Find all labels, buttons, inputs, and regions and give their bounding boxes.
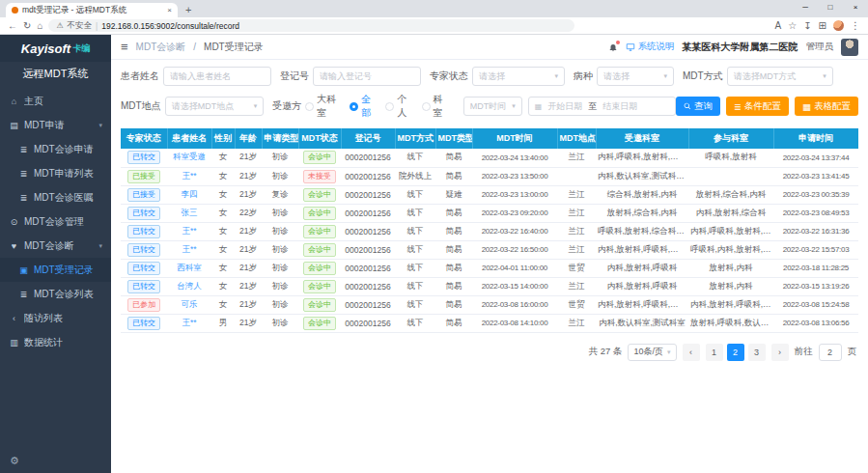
invitee-radio-个人[interactable]: 个人: [385, 93, 412, 120]
cell-patient-name: 张三: [167, 204, 211, 222]
patient-name-link[interactable]: 可乐: [182, 299, 198, 309]
maximize-button[interactable]: □: [818, 0, 843, 14]
cell-apply_time: 2022-03-23 00:35:39: [773, 185, 858, 204]
minimize-button[interactable]: ─: [793, 0, 818, 14]
tab-close-icon[interactable]: ×: [167, 6, 172, 14]
search-button[interactable]: 查询: [676, 97, 720, 116]
next-page-button[interactable]: ›: [771, 344, 789, 361]
cell-expert-status: 已转交: [121, 204, 167, 222]
cell-age: 21岁: [235, 222, 262, 240]
cell-reg_no: 0002001256: [341, 204, 395, 222]
cell-mdt-status: 会诊中: [298, 149, 341, 167]
patient-name-link[interactable]: 李四: [182, 189, 198, 199]
url-text: 192.168.0.156:9002/consultale/record: [101, 21, 239, 31]
patient-name-link[interactable]: 台湾人: [177, 281, 202, 291]
sidebar-item-home[interactable]: ⌂主页: [0, 89, 111, 113]
sidebar-item-mdt-consult-list[interactable]: ≣MDT会诊列表: [0, 282, 111, 306]
goto-page-input[interactable]: [819, 344, 842, 361]
collapse-menu-icon[interactable]: ≡: [121, 40, 128, 54]
cell-expert-status: 已参加: [121, 295, 167, 314]
page-button-2[interactable]: 2: [727, 344, 744, 361]
extensions-icon[interactable]: ⊞: [819, 21, 826, 31]
sidebar-item-mdt-consult-order[interactable]: ≣MDT会诊医嘱: [0, 185, 111, 209]
cell-patient-name: 西科室: [167, 259, 211, 277]
cell-mdt_mode: 线下: [395, 185, 435, 204]
hospital-name: 某某医科大学附属第二医院: [683, 41, 798, 54]
patient-name-link[interactable]: 科室受邀: [173, 152, 206, 161]
translate-icon[interactable]: A: [775, 21, 782, 31]
browser-profile-avatar[interactable]: [833, 20, 844, 31]
sidebar-item-label: MDT会诊申请: [34, 143, 94, 156]
search-button-label: 查询: [694, 100, 713, 113]
cell-patient-name: 王**: [167, 240, 211, 259]
goto-suffix: 页: [848, 346, 857, 358]
sidebar-item-mdt-consult[interactable]: ♥MDT会诊断▾: [0, 234, 111, 258]
patient-name-link[interactable]: 王**: [182, 318, 196, 327]
invitee-radio-全部[interactable]: 全部: [350, 93, 377, 120]
cell-apply_time: 2022-03-15 13:19:26: [773, 277, 858, 295]
system-help-link[interactable]: 系统说明: [626, 41, 675, 53]
invitee-radio-大科室[interactable]: 大科室: [305, 93, 341, 120]
date-range-picker[interactable]: ▦ 开始日期 至 结束日期: [528, 97, 676, 116]
prev-page-button[interactable]: ‹: [683, 344, 700, 361]
browser-tab[interactable]: mdt受理记录 - 远程MDT系统 ×: [6, 3, 178, 17]
home-icon[interactable]: ⌂: [37, 21, 42, 31]
sidebar-item-mdt-manage[interactable]: ⊙MDT会诊管理: [0, 209, 111, 234]
cell-mdt_place: [557, 167, 596, 185]
refresh-icon[interactable]: ↻: [23, 21, 31, 31]
table-config-button[interactable]: ▦ 表格配置: [795, 97, 858, 116]
new-tab-button[interactable]: +: [185, 3, 191, 17]
security-label: 不安全: [68, 20, 93, 32]
bookmark-star-icon[interactable]: ☆: [788, 21, 797, 31]
column-header: 受邀科室: [596, 128, 688, 149]
cell-patient-name: 可乐: [167, 295, 211, 314]
invitee-radio-科室[interactable]: 科室: [422, 93, 449, 120]
sidebar-item-mdt-apply-list[interactable]: ≣MDT申请列表: [0, 161, 111, 185]
cell-reg_no: 0002001256: [341, 149, 395, 167]
cell-age: 21岁: [235, 277, 262, 295]
cell-apply_time: 2022-03-22 15:57:03: [773, 240, 858, 259]
cell-mdt_time: 2022-03-23 13:50:00: [472, 167, 557, 185]
patient-name-link[interactable]: 王**: [182, 244, 196, 254]
address-bar[interactable]: ⚠ 不安全 | 192.168.0.156:9002/consultale/re…: [48, 19, 574, 32]
column-header: 年龄: [235, 128, 262, 149]
patient-name-link[interactable]: 王**: [182, 171, 196, 181]
condition-config-button[interactable]: ≣ 条件配置: [726, 97, 789, 116]
reg-no-input[interactable]: [313, 67, 421, 86]
column-header: 专家状态: [121, 128, 167, 149]
sidebar-item-statistics[interactable]: ▥数据统计: [0, 330, 111, 354]
browser-menu-icon[interactable]: ⋮: [851, 21, 860, 31]
cell-apply_type: 复诊: [262, 185, 298, 204]
breadcrumb-root[interactable]: MDT会诊断: [136, 41, 186, 54]
sidebar-item-label: MDT会诊列表: [34, 288, 94, 301]
mdt-time-select[interactable]: MDT时间 ▾: [463, 97, 522, 116]
close-button[interactable]: ×: [843, 0, 868, 14]
cell-patient-name: 王**: [167, 167, 211, 185]
back-icon[interactable]: ←: [8, 21, 17, 31]
download-icon[interactable]: ↧: [803, 21, 811, 31]
mdt-mode-select[interactable]: 请选择MDT方式 ▾: [727, 67, 833, 86]
page-button-1[interactable]: 1: [706, 344, 723, 361]
radio-dot-icon: [305, 102, 314, 111]
user-avatar[interactable]: [841, 39, 858, 56]
cell-mdt_place: 兰江: [557, 185, 596, 204]
sidebar-item-mdt-consult-apply[interactable]: ≣MDT会诊申请: [0, 137, 111, 161]
patient-name-link[interactable]: 西科室: [177, 263, 202, 272]
cell-mdt_mode: 线下: [395, 277, 435, 295]
sidebar-item-followup-list[interactable]: ‹随访列表: [0, 306, 111, 330]
mdt-mode-label: MDT方式: [683, 70, 723, 83]
settings-gear-icon[interactable]: ⚙: [10, 455, 19, 467]
cell-apply_type: 初诊: [262, 277, 298, 295]
patient-name-input[interactable]: [163, 67, 271, 86]
patient-name-link[interactable]: 王**: [182, 226, 196, 236]
cell-mdt_type: 简易: [435, 277, 472, 295]
patient-name-link[interactable]: 张三: [182, 208, 198, 217]
notification-bell-icon[interactable]: [608, 42, 618, 52]
page-button-3[interactable]: 3: [748, 344, 766, 361]
disease-select[interactable]: 请选择 ▾: [597, 67, 674, 86]
page-size-select[interactable]: 10条/页 ▾: [628, 344, 676, 361]
mdt-place-select[interactable]: 请选择MDT地点 ▾: [165, 97, 265, 116]
sidebar-item-mdt-record[interactable]: ▣MDT受理记录: [0, 258, 111, 282]
expert-status-select[interactable]: 请选择 ▾: [472, 67, 565, 86]
sidebar-item-mdt-apply[interactable]: ▤MDT申请▾: [0, 113, 111, 137]
